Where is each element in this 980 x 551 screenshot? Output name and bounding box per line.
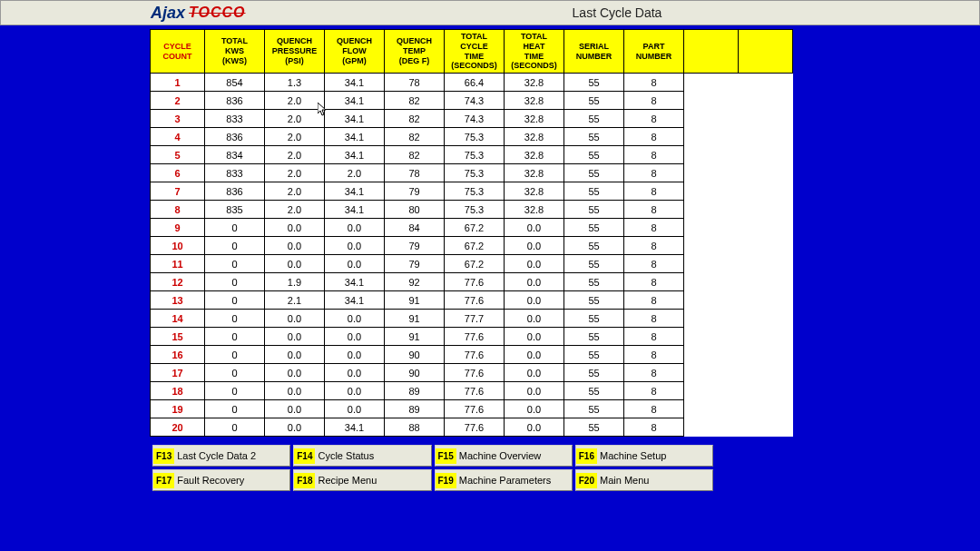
cell: 55 bbox=[564, 74, 624, 92]
cell: 82 bbox=[385, 92, 445, 110]
cell: 82 bbox=[385, 110, 445, 128]
cell: 74.3 bbox=[445, 110, 505, 128]
fkey-label: F20 bbox=[576, 473, 597, 488]
cell: 0.0 bbox=[325, 219, 385, 237]
cell: 77.7 bbox=[445, 310, 505, 328]
cell: 79 bbox=[385, 255, 445, 273]
cell: 77.6 bbox=[445, 328, 505, 346]
cell: 6 bbox=[151, 164, 205, 182]
cell: 8 bbox=[624, 346, 684, 364]
cell: 15 bbox=[151, 328, 205, 346]
cell: 79 bbox=[385, 237, 445, 255]
cell: 55 bbox=[564, 146, 624, 164]
cell: 0.0 bbox=[265, 328, 325, 346]
cell: 0.0 bbox=[505, 291, 564, 310]
cell: 55 bbox=[564, 110, 624, 128]
table-row: 1600.00.09077.60.0558 bbox=[151, 346, 793, 364]
cell: 0 bbox=[205, 219, 265, 237]
nav-button-f17[interactable]: F17Fault Recovery bbox=[152, 469, 290, 491]
cell: 0.0 bbox=[325, 400, 385, 418]
cell: 79 bbox=[385, 182, 445, 201]
col-header-1: TOTALKWS(KWS) bbox=[205, 30, 265, 74]
cell: 55 bbox=[564, 364, 624, 382]
cell: 0 bbox=[205, 418, 265, 437]
cell: 88 bbox=[385, 418, 445, 437]
nav-area: F13Last Cycle Data 2F14Cycle StatusF15Ma… bbox=[150, 442, 716, 494]
fkey-label: F16 bbox=[576, 448, 597, 464]
cell: 2.1 bbox=[265, 291, 325, 310]
cell: 8 bbox=[624, 74, 684, 92]
cell: 34.1 bbox=[325, 291, 385, 310]
nav-label: Cycle Status bbox=[315, 448, 377, 463]
cell: 78 bbox=[385, 74, 445, 92]
cell: 0.0 bbox=[505, 346, 564, 364]
cell: 1.3 bbox=[265, 74, 325, 92]
topbar: Ajax TOCCO Last Cycle Data bbox=[0, 0, 980, 25]
cell: 0.0 bbox=[505, 273, 564, 291]
data-table: CYCLECOUNTTOTALKWS(KWS)QUENCHPRESSURE(PS… bbox=[150, 29, 793, 437]
table-row: 88352.034.18075.332.8558 bbox=[151, 201, 793, 219]
cell: 34.1 bbox=[325, 92, 385, 110]
cell: 84 bbox=[385, 219, 445, 237]
col-header-4: QUENCHTEMP(DEG F) bbox=[385, 30, 445, 74]
nav-button-f19[interactable]: F19Machine Parameters bbox=[435, 469, 573, 491]
cell: 82 bbox=[385, 146, 445, 164]
cell: 55 bbox=[564, 310, 624, 328]
cell: 34.1 bbox=[325, 74, 385, 92]
cell: 55 bbox=[564, 164, 624, 182]
cell: 34.1 bbox=[325, 128, 385, 146]
cell: 8 bbox=[624, 219, 684, 237]
cell: 0.0 bbox=[325, 382, 385, 400]
cell: 9 bbox=[151, 219, 205, 237]
cell: 0.0 bbox=[505, 219, 564, 237]
cell: 8 bbox=[624, 328, 684, 346]
nav-button-f13[interactable]: F13Last Cycle Data 2 bbox=[152, 445, 290, 467]
col-header-2: QUENCHPRESSURE(PSI) bbox=[265, 30, 325, 74]
cell: 55 bbox=[564, 418, 624, 437]
cell: 0.0 bbox=[265, 364, 325, 382]
cell: 1.9 bbox=[265, 273, 325, 291]
nav-button-f20[interactable]: F20Main Menu bbox=[575, 469, 713, 491]
cell: 0 bbox=[205, 310, 265, 328]
cell: 0.0 bbox=[505, 310, 564, 328]
cell: 14 bbox=[151, 310, 205, 328]
cell: 55 bbox=[564, 400, 624, 418]
nav-button-f14[interactable]: F14Cycle Status bbox=[293, 445, 431, 467]
cell: 2.0 bbox=[265, 146, 325, 164]
cell: 0.0 bbox=[505, 418, 564, 437]
cell: 0 bbox=[205, 273, 265, 291]
cell: 8 bbox=[624, 201, 684, 219]
cell: 0.0 bbox=[325, 328, 385, 346]
cell: 0.0 bbox=[325, 346, 385, 364]
cell: 32.8 bbox=[505, 201, 564, 219]
cell: 78 bbox=[385, 164, 445, 182]
nav-button-f15[interactable]: F15Machine Overview bbox=[435, 445, 573, 467]
cell: 2.0 bbox=[265, 164, 325, 182]
table-row: 68332.02.07875.332.8558 bbox=[151, 164, 793, 182]
cell: 34.1 bbox=[325, 182, 385, 201]
cell: 91 bbox=[385, 310, 445, 328]
table-row: 2000.034.18877.60.0558 bbox=[151, 418, 793, 437]
cell: 12 bbox=[151, 273, 205, 291]
page-title: Last Cycle Data bbox=[0, 5, 980, 20]
cell: 2.0 bbox=[325, 164, 385, 182]
nav-button-f16[interactable]: F16Machine Setup bbox=[575, 445, 713, 467]
cell: 34.1 bbox=[325, 146, 385, 164]
cell: 77.6 bbox=[445, 346, 505, 364]
table-row: 1000.00.07967.20.0558 bbox=[151, 237, 793, 255]
cell: 77.6 bbox=[445, 400, 505, 418]
cell: 834 bbox=[205, 146, 265, 164]
nav-label: Last Cycle Data 2 bbox=[174, 448, 259, 463]
nav-button-f18[interactable]: F18Recipe Menu bbox=[293, 469, 431, 491]
table-row: 1900.00.08977.60.0558 bbox=[151, 400, 793, 418]
col-header-empty-0 bbox=[684, 30, 739, 74]
cell: 75.3 bbox=[445, 182, 505, 201]
nav-label: Main Menu bbox=[597, 473, 652, 487]
cell: 90 bbox=[385, 364, 445, 382]
cell: 8 bbox=[624, 382, 684, 400]
cell: 0.0 bbox=[505, 237, 564, 255]
cell: 0.0 bbox=[505, 382, 564, 400]
cell: 66.4 bbox=[445, 74, 505, 92]
cell: 7 bbox=[151, 182, 205, 201]
cell: 2 bbox=[151, 92, 205, 110]
